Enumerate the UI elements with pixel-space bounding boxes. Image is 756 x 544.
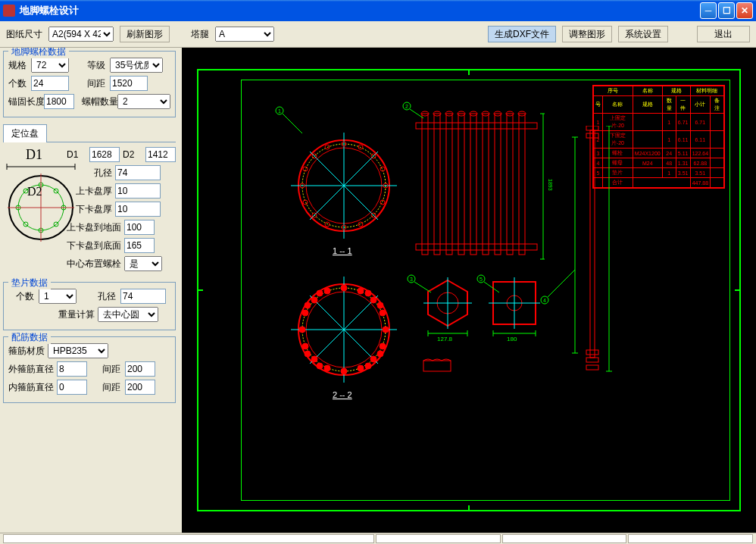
tab-bar: 定位盘 [3, 123, 176, 142]
spec-label: 规格 [8, 59, 28, 72]
close-button[interactable]: ✕ [736, 2, 753, 19]
settings-button[interactable]: 系统设置 [618, 26, 668, 42]
svg-rect-77 [422, 114, 428, 255]
rebar-legend: 配筋数据 [8, 331, 51, 344]
washer-weight-label: 重量计算 [58, 308, 95, 321]
svg-rect-103 [586, 365, 598, 370]
svg-rect-102 [586, 358, 598, 362]
washer-count-label: 个数 [16, 290, 36, 303]
svg-rect-85 [519, 114, 525, 255]
washer-count-select[interactable]: 1 [39, 289, 77, 304]
washer-hole-label: 孔径 [98, 290, 117, 303]
maximize-button[interactable]: ☐ [718, 2, 735, 19]
cad-hex-nut: 127.8 [417, 276, 478, 344]
lower-thick-input[interactable] [115, 202, 161, 217]
bolt-data-group: 地脚螺栓数据 规格 72 等级 35号优质 个数 间距 锚固长度 螺帽数量 2 [3, 51, 176, 117]
gen-dxf-button[interactable]: 生成DXF文件 [488, 26, 556, 42]
tower-label: 塔腿 [191, 28, 209, 41]
svg-rect-84 [507, 114, 513, 255]
grade-label: 等级 [87, 59, 107, 72]
svg-point-63 [302, 343, 308, 349]
svg-rect-83 [495, 114, 501, 255]
center-bolt-select[interactable]: 是 [124, 256, 162, 271]
washer-group: 垫片数据 个数 1 孔径 重量计算 去中心圆 [3, 282, 176, 330]
svg-point-68 [305, 351, 311, 357]
tab-locator[interactable]: 定位盘 [3, 124, 47, 142]
svg-point-127 [276, 107, 283, 114]
exit-button[interactable]: 退出 [697, 26, 750, 42]
d1d2-diagram: D1 D2 [3, 147, 64, 245]
window-buttons: ─ ☐ ✕ [700, 2, 753, 19]
inner-spacing-label: 间距 [102, 381, 122, 394]
svg-rect-81 [470, 114, 476, 255]
cad-canvas[interactable]: 序号名称规格材料明细 号名称规格数量一件小计备注 1上固定片-2016.716.… [182, 48, 756, 533]
inner-spacing-input[interactable] [125, 380, 155, 395]
hole-input[interactable] [115, 165, 161, 180]
svg-text:5: 5 [480, 277, 483, 282]
grade-select[interactable]: 35号优质 [110, 58, 163, 73]
svg-text:1: 1 [278, 108, 281, 114]
outer-spacing-label: 间距 [102, 363, 122, 376]
bolt-data-legend: 地脚螺栓数据 [8, 48, 69, 58]
app-icon [3, 5, 15, 17]
drawing-inner-frame: 序号名称规格材料明细 号名称规格数量一件小计备注 1上固定片-2016.716.… [241, 80, 730, 501]
svg-point-73 [365, 363, 371, 369]
svg-point-131 [408, 275, 415, 283]
svg-point-53 [383, 327, 389, 333]
svg-text:127.8: 127.8 [437, 336, 453, 342]
refresh-button[interactable]: 刷新图形 [120, 26, 170, 42]
paper-size-select[interactable]: A2(594 X 420) [48, 27, 114, 42]
svg-point-60 [324, 365, 330, 371]
anchor-label: 锚固长度 [8, 95, 41, 108]
outer-spacing-input[interactable] [125, 361, 155, 377]
svg-rect-79 [446, 114, 452, 255]
d1-input[interactable] [89, 147, 120, 162]
upper-thick-input[interactable] [115, 183, 161, 199]
anchor-input[interactable] [44, 94, 74, 109]
rebar-group: 配筋数据 箍筋材质 HPB235 外箍筋直径 间距 内箍筋直径 间距 [3, 336, 176, 403]
rebar-material-select[interactable]: HPB235 [48, 343, 108, 358]
svg-point-52 [299, 327, 305, 333]
svg-rect-101 [586, 350, 598, 355]
titlebar: 地脚螺栓设计 ─ ☐ ✕ [0, 0, 756, 21]
cad-square-washer: 180 [484, 276, 545, 344]
svg-point-56 [311, 356, 317, 362]
svg-rect-80 [458, 114, 464, 255]
tower-select[interactable]: A [215, 27, 274, 42]
cad-section-2: 2 -- 2 [287, 273, 401, 402]
minimize-button[interactable]: ─ [700, 2, 717, 19]
svg-rect-126 [423, 361, 451, 371]
svg-rect-100 [586, 133, 598, 138]
outer-dia-input[interactable] [57, 361, 87, 377]
status-bar [0, 533, 756, 544]
svg-point-50 [341, 285, 347, 291]
toolbar: 图纸尺寸 A2(594 X 420) 刷新图形 塔腿 A 生成DXF文件 调整图… [0, 21, 756, 48]
count-label: 个数 [8, 77, 28, 90]
count-input[interactable] [31, 76, 69, 91]
svg-point-51 [341, 368, 347, 374]
rebar-material-label: 箍筋材质 [8, 345, 45, 358]
inner-dia-input[interactable] [57, 380, 87, 395]
paper-size-label: 图纸尺寸 [6, 28, 42, 41]
d2-input[interactable] [145, 147, 176, 162]
upper-ground-input[interactable] [124, 220, 155, 235]
svg-point-65 [380, 343, 386, 349]
svg-rect-99 [586, 126, 598, 130]
locator-fields: D1 D2 孔径 上卡盘厚 下卡盘厚 上卡盘到地面 下卡盘到底面 中心布置螺栓是 [67, 147, 176, 274]
spacing-input[interactable] [110, 76, 148, 91]
cad-bolt-array [408, 108, 545, 274]
svg-point-55 [370, 297, 376, 303]
svg-text:2 -- 2: 2 -- 2 [333, 390, 352, 399]
washer-weight-select[interactable]: 去中心圆 [98, 307, 158, 322]
adjust-button[interactable]: 调整图形 [562, 26, 612, 42]
svg-text:180: 180 [507, 336, 517, 342]
svg-text:1 -- 1: 1 -- 1 [333, 246, 352, 255]
lower-bottom-input[interactable] [124, 238, 155, 253]
drawing-outer-frame: 序号名称规格材料明细 号名称规格数量一件小计备注 1上固定片-2016.716.… [197, 69, 741, 511]
spec-select[interactable]: 72 [31, 58, 69, 73]
nut-count-select[interactable]: 2 [117, 94, 170, 109]
svg-point-36 [325, 222, 330, 227]
svg-point-72 [317, 363, 323, 369]
nut-count-label: 螺帽数量 [82, 95, 114, 108]
washer-hole-input[interactable] [120, 289, 166, 304]
